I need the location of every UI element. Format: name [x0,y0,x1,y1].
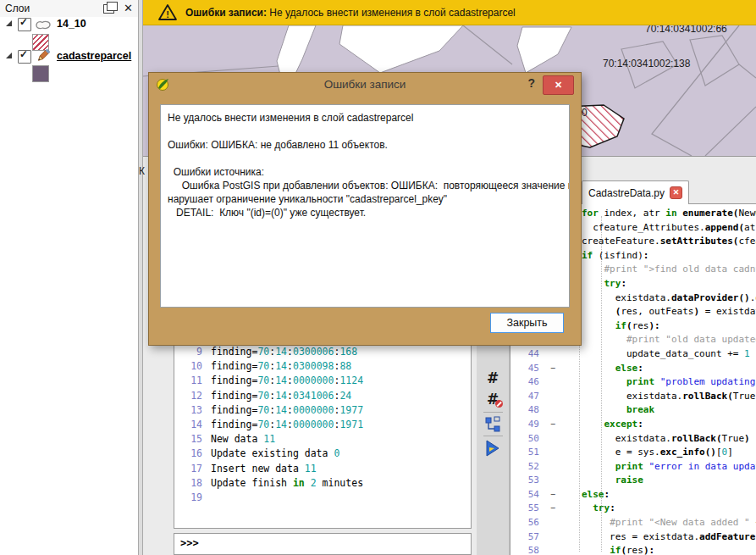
tab-cadastredata[interactable]: CadastreData.py ✕ [582,180,689,204]
editor-line: 56 #print "<New data added " + [510,516,756,530]
commit-errors-dialog: Ошибки записи ? ✕ Не удалось внести изме… [148,72,582,346]
editor-line: 52 print "error in data updating [510,460,756,475]
editor-line: 58 if(res): [510,544,756,555]
toolbar-separator [483,412,503,413]
console-output-line: 12finding=70:14:0341006:24 [174,389,471,403]
console-dock-title-fragment: К [139,165,145,177]
console-output-line: 17Insert new data 11 [174,462,471,476]
object-inspector-icon[interactable] [477,416,509,432]
message-bar: ! Ошибки записи: Не удалось внести измен… [143,0,756,25]
editor-line: 57 res = existdata.addFeature(c [510,530,756,545]
console-output-line: 14finding=70:14:0000000:1971 [174,418,471,432]
layers-panel-titlebar: Слои ✕ [0,0,138,17]
editor-line: 53 raise [510,474,756,488]
uncomment-icon[interactable]: # [477,391,509,408]
layer-label-active[interactable]: cadastreparcel [57,50,131,62]
dialog-error-line: Не удалось внести изменения в слой cadas… [168,111,562,125]
dialog-error-line [168,152,562,165]
console-output-line: 11finding=70:14:0000000:1124 [174,374,471,388]
editing-pencil-icon [36,49,50,67]
comment-icon[interactable]: # [477,369,509,386]
console-input[interactable]: >>> [174,533,472,555]
check-icon: ✓ [19,48,28,60]
dialog-error-line: Ошибка PostGIS при добавлении объектов: … [168,179,562,192]
dialog-error-line: нарушает ограничение уникальности "cadas… [168,192,562,206]
layers-panel: Слои ✕ ✓ 14_10 ✓ cadastreparcel [0,0,138,555]
console-output-line: 18Update finish in 2 minutes [174,476,471,491]
tab-close-icon[interactable]: ✕ [670,186,682,199]
dialog-error-line [168,125,562,138]
console-output-lines: 9finding=70:14:0300006:16810finding=70:1… [174,345,471,505]
polygon-layer-icon [35,19,52,35]
dialog-titlebar[interactable]: Ошибки записи ? ✕ [149,73,581,96]
dialog-error-line: DETAIL: Ключ "(id)=(0)" уже существует. [168,206,562,219]
check-icon: ✓ [19,16,28,28]
message-bar-title: Ошибки записи: [185,7,267,19]
console-output-line: 15New data 11 [174,432,471,447]
console-output-line: 19 [174,491,471,505]
editor-line: 50 existdata.rollBack(True) [510,432,756,447]
float-panel-icon[interactable] [103,4,114,14]
qgis-window: 70:14:0341002:6670:14:0341002:1380 ! Оши… [0,0,756,555]
editor-line: 54−else: [510,488,756,502]
dialog-title: Ошибки записи [149,78,581,91]
console-output-line: 9finding=70:14:0300006:168 [174,345,471,359]
tab-label: CadastreData.py [588,187,665,199]
svg-text:!: ! [166,9,169,19]
layer-checkbox[interactable]: ✓ [18,50,31,64]
uncomment-badge [495,400,503,408]
run-script-icon[interactable] [477,440,509,457]
editor-line: 55− try: [510,502,756,516]
editor-line: 47 existdata.rollBack(True) [510,390,756,404]
editor-line: 45− else: [510,362,756,376]
map-parcel-label: 70:14:0341002:138 [603,58,690,69]
console-output-line: 16Update existing data 0 [174,447,471,461]
toolbar-separator [483,436,503,436]
close-button[interactable]: Закрыть [490,313,564,333]
message-bar-detail: Не удалось внести изменения в слой cadas… [267,7,516,19]
editor-line: 51 e = sys.exc_info()[0] [510,446,756,460]
dialog-close-button[interactable]: ✕ [543,75,574,95]
dialog-error-text[interactable]: Не удалось внести изменения в слой cadas… [160,104,570,308]
close-panel-icon[interactable]: ✕ [124,2,133,15]
console-output-line: 13finding=70:14:0000000:1977 [174,403,471,418]
layer-symbol-hatched [32,34,49,51]
expand-arrow-icon[interactable] [6,53,12,58]
message-bar-text: Ошибки записи: Не удалось внести изменен… [185,7,516,19]
map-parcel-label: 0 [582,107,588,119]
warning-icon: ! [157,3,178,25]
layer-label[interactable]: 14_10 [57,18,86,30]
editor-line: 46 print "problem updating d [510,375,756,390]
layer-symbol-solid [32,65,49,82]
editor-line: 48 break [510,403,756,418]
dialog-error-line: Ошибки источника: [168,165,562,179]
layer-checkbox[interactable]: ✓ [18,18,31,31]
expand-arrow-icon[interactable] [6,20,12,26]
help-button[interactable]: ? [527,76,535,90]
editor-line: 44 update_data_count += 1 [510,347,756,362]
layers-panel-title: Слои [5,3,30,14]
dialog-error-line: Ошибки: ОШИБКА: не добавлено 11 объектов… [168,138,562,152]
console-output-line: 10finding=70:14:0300098:88 [174,359,471,374]
console-prompt: >>> [180,537,199,549]
editor-line: 49− except: [510,418,756,432]
